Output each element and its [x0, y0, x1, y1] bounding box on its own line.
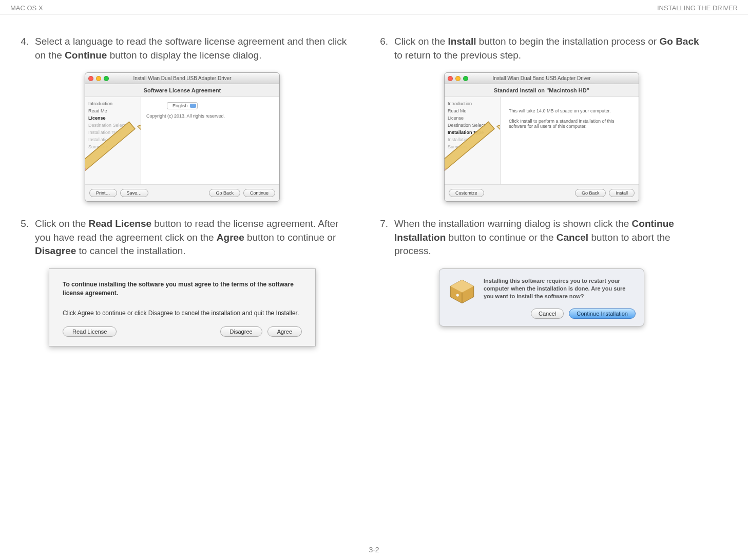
svg-point-11 — [456, 294, 459, 296]
warning-message: Installing this software requires you to… — [484, 277, 636, 300]
dialog-heading: To continue installing the software you … — [63, 280, 302, 298]
installer-window-install: Install Wlan Dual Band USB Adapter Drive… — [444, 72, 639, 202]
installer-content: English Copyright (c) 2013. All rights r… — [141, 97, 279, 184]
page-header: MAC OS X INSTALLING THE DRIVER — [0, 0, 748, 14]
page-number: 3-2 — [0, 546, 748, 554]
window-titlebar: Install Wlan Dual Band USB Adapter Drive… — [85, 73, 279, 84]
continue-button[interactable]: Continue — [243, 189, 275, 197]
header-left: MAC OS X — [10, 4, 43, 12]
installer-window-license: Install Wlan Dual Band USB Adapter Drive… — [85, 72, 280, 202]
step-number: 7. — [375, 217, 388, 258]
sidebar-item: Introduction — [88, 100, 138, 107]
svg-rect-4 — [445, 122, 494, 173]
window-subtitle: Standard Install on "Macintosh HD" — [445, 84, 639, 97]
window-subtitle: Software License Agreement — [85, 84, 279, 97]
step-text: Click on the Read License button to read… — [35, 217, 349, 258]
step-text: Click on the Install button to begin the… — [394, 35, 708, 62]
step-number: 4. — [15, 35, 29, 62]
content-columns: 4. Select a language to read the softwar… — [0, 35, 748, 362]
installer-buttonbar: Customize Go Back Install — [445, 184, 639, 201]
license-agree-dialog: To continue installing the software you … — [49, 268, 316, 346]
go-back-button[interactable]: Go Back — [575, 189, 606, 197]
window-title: Install Wlan Dual Band USB Adapter Drive… — [85, 75, 279, 81]
language-select[interactable]: English — [167, 102, 198, 109]
copyright-text: Copyright (c) 2013. All rights reserved. — [146, 113, 274, 119]
install-button[interactable]: Install — [609, 189, 635, 197]
restart-warning-dialog: Installing this software requires you to… — [439, 268, 644, 326]
svg-rect-0 — [85, 122, 135, 173]
space-text: This will take 14.0 MB of space on your … — [509, 108, 630, 113]
go-back-button[interactable]: Go Back — [209, 189, 240, 197]
step-5: 5. Click on the Read License button to r… — [15, 217, 349, 258]
read-license-button[interactable]: Read License — [63, 326, 117, 337]
installer-sidebar: Introduction Read Me License Destination… — [85, 97, 141, 184]
package-icon — [448, 277, 476, 306]
installer-sidebar: Introduction Read Me License Destination… — [445, 97, 500, 184]
svg-marker-2 — [138, 122, 141, 134]
continue-installation-button[interactable]: Continue Installation — [569, 308, 636, 319]
sidebar-item: Introduction — [448, 100, 497, 107]
installer-buttonbar: Print… Save… Go Back Continue — [85, 184, 279, 201]
header-right: INSTALLING THE DRIVER — [657, 4, 738, 12]
install-desc-text: Click Install to perform a standard inst… — [509, 119, 630, 129]
window-title: Install Wlan Dual Band USB Adapter Drive… — [445, 75, 639, 81]
pencil-icon — [85, 112, 141, 184]
svg-marker-6 — [497, 122, 500, 134]
right-column: 6. Click on the Install button to begin … — [375, 35, 708, 362]
customize-button[interactable]: Customize — [449, 189, 484, 197]
cancel-button[interactable]: Cancel — [531, 308, 564, 319]
agree-button[interactable]: Agree — [267, 326, 302, 337]
dialog-subtext: Click Agree to continue or click Disagre… — [63, 309, 302, 317]
disagree-button[interactable]: Disagree — [220, 326, 262, 337]
step-7: 7. When the installation warning dialog … — [375, 217, 708, 258]
save-button[interactable]: Save… — [120, 189, 149, 197]
step-4: 4. Select a language to read the softwar… — [15, 35, 349, 62]
step-text: Select a language to read the software l… — [35, 35, 349, 62]
step-6: 6. Click on the Install button to begin … — [375, 35, 708, 62]
step-number: 6. — [375, 35, 388, 62]
print-button[interactable]: Print… — [89, 189, 117, 197]
step-text: When the installation warning dialog is … — [394, 217, 708, 258]
installer-content: This will take 14.0 MB of space on your … — [500, 97, 639, 184]
step-number: 5. — [15, 217, 29, 258]
window-titlebar: Install Wlan Dual Band USB Adapter Drive… — [445, 73, 639, 84]
pencil-icon — [445, 112, 500, 184]
left-column: 4. Select a language to read the softwar… — [15, 35, 349, 362]
